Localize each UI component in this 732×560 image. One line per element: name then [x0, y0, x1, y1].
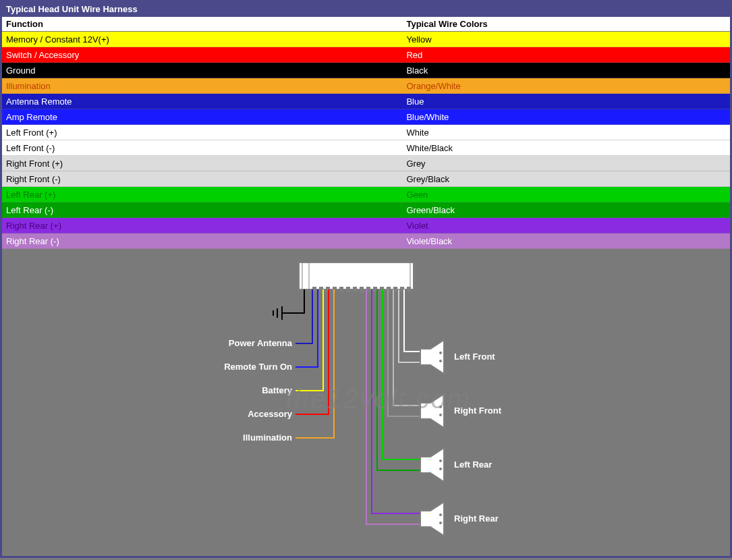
- cell-color: White/Black: [402, 140, 730, 156]
- svg-point-25: [439, 459, 442, 462]
- cell-color: Grey: [402, 156, 730, 171]
- table-row: Antenna RemoteBlue: [2, 94, 730, 109]
- wiring-diagram: Power AntennaRemote Turn OnBatteryAccess…: [2, 249, 730, 556]
- svg-point-22: [439, 360, 442, 362]
- table-row: Left Front (+)White: [2, 125, 730, 140]
- table-row: Right Front (-)Grey/Black: [2, 171, 730, 187]
- cell-color: Geen: [402, 187, 730, 202]
- cell-color: Violet/Black: [402, 233, 730, 249]
- wire-table: Function Typical Wire Colors Memory / Co…: [2, 17, 730, 249]
- cell-color: Black: [402, 63, 730, 78]
- label-right-rear: Right Rear: [454, 513, 499, 524]
- cell-function: Right Rear (+): [2, 218, 402, 233]
- cell-function: Left Rear (+): [2, 187, 402, 202]
- label-power-antenna: Power Antenna: [229, 338, 293, 348]
- table-row: Right Front (+)Grey: [2, 156, 730, 171]
- table-row: Amp RemoteBlue/White: [2, 109, 730, 125]
- cell-color: Blue/White: [402, 109, 730, 125]
- cell-function: Left Front (+): [2, 125, 402, 140]
- table-row: Switch / AccessoryRed: [2, 47, 730, 63]
- cell-color: Yellow: [402, 32, 730, 47]
- cell-function: Left Rear (-): [2, 202, 402, 218]
- cell-function: Switch / Accessory: [2, 47, 402, 63]
- cell-function: Ground: [2, 63, 402, 78]
- svg-point-23: [439, 405, 442, 408]
- cell-color: Green/Black: [402, 202, 730, 218]
- table-row: Right Rear (+)Violet: [2, 218, 730, 233]
- svg-point-24: [439, 414, 442, 416]
- cell-color: White: [402, 125, 730, 140]
- svg-point-28: [439, 522, 442, 524]
- connector-block: [299, 262, 414, 289]
- header-function: Function: [2, 17, 402, 32]
- label-right-front: Right Front: [454, 405, 502, 416]
- label-remote-turn-on: Remote Turn On: [224, 362, 292, 372]
- cell-color: Orange/White: [402, 78, 730, 94]
- table-row: Left Rear (-)Green/Black: [2, 202, 730, 218]
- cell-color: Grey/Black: [402, 171, 730, 187]
- svg-point-21: [439, 352, 442, 354]
- svg-rect-10: [360, 287, 364, 292]
- title-bar: Typical Head Unit Wire Harness: [2, 2, 730, 17]
- cell-color: Violet: [402, 218, 730, 233]
- table-row: GroundBlack: [2, 63, 730, 78]
- diagram-frame: Typical Head Unit Wire Harness Function …: [0, 0, 732, 558]
- label-illumination: Illumination: [243, 432, 292, 443]
- cell-function: Illumination: [2, 78, 402, 94]
- cell-function: Antenna Remote: [2, 94, 402, 109]
- cell-function: Right Front (+): [2, 156, 402, 171]
- cell-function: Right Front (-): [2, 171, 402, 187]
- ground-wire: [273, 289, 304, 320]
- label-accessory: Accessory: [248, 409, 293, 419]
- svg-rect-17: [407, 287, 411, 292]
- table-row: Memory / Constant 12V(+)Yellow: [2, 32, 730, 47]
- header-color: Typical Wire Colors: [402, 17, 730, 32]
- table-row: Left Front (-)White/Black: [2, 140, 730, 156]
- label-battery: Battery: [262, 385, 293, 395]
- svg-rect-9: [353, 287, 357, 292]
- svg-point-26: [439, 468, 442, 470]
- cell-color: Blue: [402, 94, 730, 109]
- cell-function: Right Rear (-): [2, 233, 402, 249]
- table-row: Right Rear (-)Violet/Black: [2, 233, 730, 249]
- svg-rect-8: [346, 287, 350, 292]
- svg-rect-7: [339, 287, 343, 292]
- label-left-rear: Left Rear: [454, 459, 492, 470]
- table-row: IlluminationOrange/White: [2, 78, 730, 94]
- cell-function: Amp Remote: [2, 109, 402, 125]
- table-row: Left Rear (+)Geen: [2, 187, 730, 202]
- cell-color: Red: [402, 47, 730, 63]
- label-left-front: Left Front: [454, 352, 495, 362]
- cell-function: Left Front (-): [2, 140, 402, 156]
- cell-function: Memory / Constant 12V(+): [2, 32, 402, 47]
- svg-point-27: [439, 513, 442, 516]
